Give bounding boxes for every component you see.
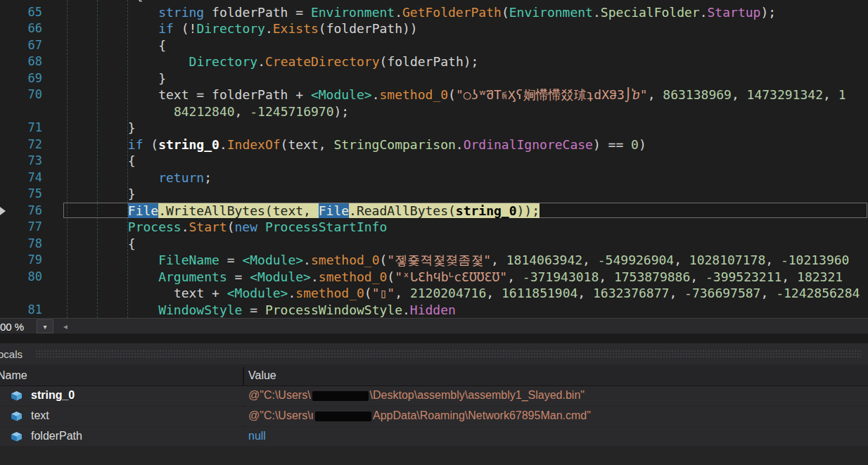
horizontal-scrollbar[interactable] xyxy=(68,319,868,334)
code-line-wrap[interactable]: 84212840, -1245716970); xyxy=(0,103,868,120)
code-text: if (string_0.IndexOf(text, StringCompari… xyxy=(128,136,646,153)
locals-table-header: Name Value xyxy=(0,367,868,386)
redaction-box xyxy=(312,391,369,401)
titlebar-grip-pattern xyxy=(35,350,861,358)
line-number: 71 xyxy=(0,120,42,136)
code-line-78[interactable]: 78{ xyxy=(0,236,868,253)
code-line-75[interactable]: 75} xyxy=(0,186,868,203)
code-text: } xyxy=(128,186,136,203)
code-text: WindowStyle = ProcessWindowStyle.Hidden xyxy=(158,302,456,319)
locals-row-text[interactable]: text@"C:\Users\ıAppData\Roaming\Network6… xyxy=(0,407,868,426)
line-number: 70 xyxy=(0,87,42,103)
locals-panel-titlebar[interactable]: ocals xyxy=(0,343,868,364)
code-line-70[interactable]: 70text = folderPath + <Module>.smethod_0… xyxy=(0,87,868,103)
zoom-level-value[interactable]: 00 % xyxy=(0,321,32,333)
line-number: 79 xyxy=(0,252,42,269)
code-text: if (!Directory.Exists(folderPath)) xyxy=(158,20,418,37)
code-text: } xyxy=(158,70,166,87)
code-line-66[interactable]: 66if (!Directory.Exists(folderPath)) xyxy=(0,20,868,37)
code-line-72[interactable]: 72if (string_0.IndexOf(text, StringCompa… xyxy=(0,136,868,153)
variable-value: null xyxy=(248,430,266,442)
variable-name: string_0 xyxy=(31,389,75,402)
code-text: File.WriteAllBytes(text, File.ReadAllByt… xyxy=(128,203,540,219)
code-text: FileName = <Module>.smethod_0("젷죷젹졏졎좀졏",… xyxy=(158,252,849,269)
execution-pointer-icon xyxy=(0,207,6,215)
code-text: { xyxy=(128,153,136,170)
redaction-box xyxy=(315,412,371,421)
variable-cube-icon xyxy=(11,412,22,424)
code-line-68[interactable]: 68Directory.CreateDirectory(folderPath); xyxy=(0,53,868,70)
line-number: 66 xyxy=(0,20,42,37)
variable-name: text xyxy=(31,409,49,422)
line-number: 72 xyxy=(0,136,42,153)
code-line-79[interactable]: 79FileName = <Module>.smethod_0("젷죷젹졏졎좀졏… xyxy=(0,252,868,269)
code-text: Arguments = <Module>.smethod_0("ˣᒐƐհϥbᒡϲ… xyxy=(158,269,843,286)
code-text: { xyxy=(158,37,166,54)
column-header-name[interactable]: Name xyxy=(0,369,27,382)
code-text: text = folderPath + <Module>.smethod_0("… xyxy=(158,87,845,103)
chevron-down-icon: ▾ xyxy=(43,323,46,331)
code-text: string folderPath = Environment.GetFolde… xyxy=(158,4,776,21)
line-number: 68 xyxy=(0,53,42,70)
code-line-69[interactable]: 69} xyxy=(0,70,868,87)
line-number: 76 xyxy=(0,203,42,219)
code-line-71[interactable]: 71} xyxy=(0,120,868,136)
line-number: 67 xyxy=(0,37,42,54)
locals-rows: string_0@"C:\Users\\Desktop\assembly\ass… xyxy=(0,386,868,447)
debugger-window: {65string folderPath = Environment.GetFo… xyxy=(0,0,868,465)
code-text: return; xyxy=(158,170,212,186)
code-line-73[interactable]: 73{ xyxy=(0,153,868,170)
variable-value: @"C:\Users\ıAppData\Roaming\Network67895… xyxy=(248,409,591,422)
code-line-80[interactable]: 80Arguments = <Module>.smethod_0("ˣᒐƐհϥb… xyxy=(0,269,868,286)
variable-cube-icon xyxy=(11,391,22,404)
code-text: Process.Start(new ProcessStartInfo xyxy=(128,219,387,236)
line-number: 74 xyxy=(0,170,42,186)
variable-value: @"C:\Users\\Desktop\assembly\assembly1_S… xyxy=(248,389,585,402)
code-text: Directory.CreateDirectory(folderPath); xyxy=(189,53,479,70)
locals-panel-title: ocals xyxy=(0,348,23,360)
line-number: 77 xyxy=(0,219,42,236)
variable-cube-icon xyxy=(11,432,22,445)
code-text: { xyxy=(128,236,136,253)
code-text: text + <Module>.smethod_0("▯", 212020471… xyxy=(174,285,860,302)
code-line-wrap[interactable]: text + <Module>.smethod_0("▯", 212020471… xyxy=(0,285,868,302)
current-statement-highlight: File.WriteAllBytes(text, File.ReadAllByt… xyxy=(128,203,540,218)
code-text: } xyxy=(128,120,136,136)
code-line-65[interactable]: 65string folderPath = Environment.GetFol… xyxy=(0,4,868,21)
code-editor[interactable]: {65string folderPath = Environment.GetFo… xyxy=(0,0,868,318)
line-number: 81 xyxy=(0,302,42,319)
line-number: 65 xyxy=(0,4,42,21)
zoom-dropdown-button[interactable]: ▾ xyxy=(37,319,53,333)
line-number: 78 xyxy=(0,236,42,253)
code-line-81[interactable]: 81WindowStyle = ProcessWindowStyle.Hidde… xyxy=(0,302,868,319)
code-line-67[interactable]: 67{ xyxy=(0,37,868,54)
locals-row-folderPath[interactable]: folderPathnull xyxy=(0,427,868,447)
code-text: 84212840, -1245716970); xyxy=(174,103,349,120)
code-line-76[interactable]: 76File.WriteAllBytes(text, File.ReadAllB… xyxy=(0,203,868,219)
code-lines: {65string folderPath = Environment.GetFo… xyxy=(0,0,868,318)
line-number: 80 xyxy=(0,269,42,286)
locals-row-string_0[interactable]: string_0@"C:\Users\\Desktop\assembly\ass… xyxy=(0,386,868,406)
line-number: 69 xyxy=(0,70,42,87)
editor-bottom-bar: 00 % ▾ ◂ xyxy=(0,318,868,334)
variable-name: folderPath xyxy=(31,430,82,442)
panel-background xyxy=(0,446,868,465)
code-line-77[interactable]: 77Process.Start(new ProcessStartInfo xyxy=(0,219,868,236)
code-line-74[interactable]: 74return; xyxy=(0,170,868,186)
column-header-value[interactable]: Value xyxy=(248,369,276,382)
line-number: 75 xyxy=(0,186,42,203)
panel-divider xyxy=(0,333,868,343)
line-number: 73 xyxy=(0,153,42,170)
